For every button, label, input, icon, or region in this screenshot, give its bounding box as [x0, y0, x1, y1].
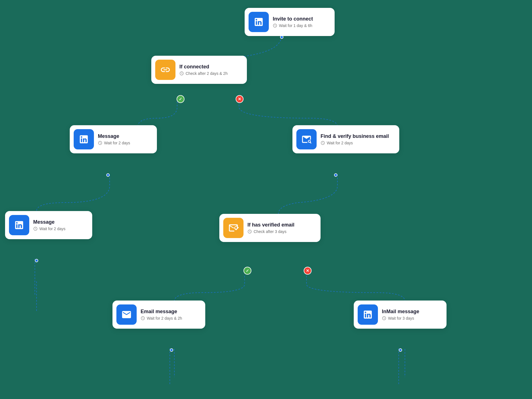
invite-to-connect-title: Invite to connect — [273, 16, 313, 22]
if-verified-x-badge: ✕ — [304, 267, 312, 275]
linkedin-icon-4 — [358, 304, 378, 325]
if-verified-email-title: If has verified email — [247, 222, 294, 228]
email-search-icon — [296, 129, 317, 149]
if-verified-email-subtitle: Check after 3 days — [247, 229, 294, 234]
if-verified-email-node[interactable]: If has verified email Check after 3 days — [219, 214, 321, 242]
dot-message2-bottom — [35, 259, 38, 262]
if-verified-email-content: If has verified email Check after 3 days — [247, 222, 294, 234]
invite-to-connect-node[interactable]: Invite to connect Wait for 1 day & 6h — [245, 8, 335, 36]
message-node-1[interactable]: Message Wait for 2 days — [70, 125, 157, 153]
dot-email-message-bottom — [170, 348, 173, 352]
if-connected-check-badge: ✓ — [177, 95, 184, 103]
find-verify-subtitle: Wait for 2 days — [321, 141, 389, 145]
email-message-content: Email message Wait for 2 days & 2h — [141, 309, 182, 321]
message-1-subtitle: Wait for 2 days — [98, 141, 130, 145]
dot-message1-bottom — [106, 173, 110, 177]
linkedin-icon-3 — [9, 215, 29, 235]
inmail-message-subtitle: Wait for 3 days — [382, 316, 419, 320]
inmail-message-title: InMail message — [382, 309, 419, 315]
dot-invite-bottom — [280, 35, 283, 39]
email-check-icon — [223, 218, 244, 238]
email-message-title: Email message — [141, 309, 182, 315]
message-2-title: Message — [33, 219, 66, 225]
message-2-subtitle: Wait for 2 days — [33, 227, 66, 231]
invite-to-connect-subtitle: Wait for 1 day & 6h — [273, 23, 313, 28]
if-verified-check-badge: ✓ — [244, 267, 251, 275]
dot-inmail-bottom — [399, 348, 402, 352]
linkedin-icon-2 — [74, 129, 94, 149]
email-message-node[interactable]: Email message Wait for 2 days & 2h — [112, 301, 205, 329]
message-1-title: Message — [98, 133, 130, 140]
find-verify-title: Find & verify business email — [321, 133, 389, 140]
flow-diagram: Invite to connect Wait for 1 day & 6h If… — [0, 0, 532, 399]
if-connected-content: If connected Check after 2 days & 2h — [179, 64, 227, 76]
if-connected-subtitle: Check after 2 days & 2h — [179, 71, 227, 76]
find-verify-node[interactable]: Find & verify business email Wait for 2 … — [292, 125, 399, 153]
email-message-subtitle: Wait for 2 days & 2h — [141, 316, 182, 320]
linkedin-icon-1 — [249, 12, 269, 32]
message-1-content: Message Wait for 2 days — [98, 133, 130, 145]
inmail-message-content: InMail message Wait for 3 days — [382, 309, 419, 321]
find-verify-content: Find & verify business email Wait for 2 … — [321, 133, 389, 145]
invite-to-connect-content: Invite to connect Wait for 1 day & 6h — [273, 16, 313, 28]
message-2-content: Message Wait for 2 days — [33, 219, 66, 231]
if-connected-title: If connected — [179, 64, 227, 70]
if-connected-x-badge: ✕ — [236, 95, 244, 103]
link-icon — [155, 60, 175, 80]
inmail-message-node[interactable]: InMail message Wait for 3 days — [354, 301, 447, 329]
dot-find-verify-bottom — [334, 173, 337, 177]
email-icon — [116, 304, 137, 325]
if-connected-node[interactable]: If connected Check after 2 days & 2h — [151, 56, 247, 84]
message-node-2[interactable]: Message Wait for 2 days — [5, 211, 92, 239]
